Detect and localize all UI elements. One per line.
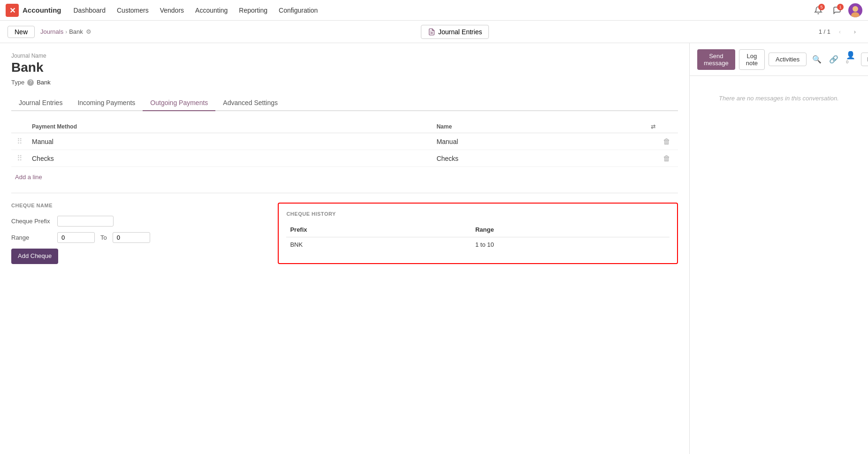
svg-text:✕: ✕ <box>9 7 15 15</box>
cheque-name-section: CHEQUE NAME Cheque Prefix Range To Add C… <box>11 203 266 264</box>
cheque-range-row: Range To <box>11 232 266 243</box>
tabs-container: Journal Entries Incoming Payments Outgoi… <box>11 95 678 111</box>
action-bar: New Journals › Bank ⚙ Journal Entries 1 … <box>0 21 868 43</box>
type-help-icon[interactable]: ? <box>27 79 34 86</box>
cheque-history-title: CHEQUE HISTORY <box>286 211 670 217</box>
nav-item-vendors[interactable]: Vendors <box>155 4 189 17</box>
no-messages-text: There are no messages in this conversati… <box>690 76 868 121</box>
type-label: Type <box>11 79 24 86</box>
messages-button[interactable]: 1 <box>830 3 845 18</box>
col-payment-method-header: Payment Method <box>28 121 433 133</box>
tab-advanced-settings[interactable]: Advanced Settings <box>215 95 285 111</box>
svg-point-3 <box>851 12 860 17</box>
nav-item-accounting[interactable]: Accounting <box>190 4 232 17</box>
type-value: Bank <box>37 79 51 86</box>
history-col-range: Range <box>472 224 670 237</box>
cheque-prefix-input[interactable] <box>57 216 114 227</box>
add-line-button[interactable]: Add a line <box>11 171 46 183</box>
user-avatar[interactable] <box>848 3 862 17</box>
history-row: BNK 1 to 10 <box>286 237 670 252</box>
type-row: Type ? Bank <box>11 79 678 86</box>
cheque-history-section: CHEQUE HISTORY Prefix Range BNK 1 to 10 <box>278 203 678 264</box>
breadcrumb: Journals › Bank ⚙ <box>40 28 91 35</box>
payment-method-cell: Manual <box>28 133 433 150</box>
breadcrumb-journals-link[interactable]: Journals <box>40 28 63 35</box>
next-record-button[interactable]: › <box>849 26 860 38</box>
nav-item-dashboard[interactable]: Dashboard <box>69 4 111 17</box>
col-drag-handle <box>11 121 28 133</box>
prev-record-button[interactable]: ‹ <box>834 26 845 38</box>
journal-entries-label: Journal Entries <box>438 28 482 36</box>
sort-icon[interactable]: ⇄ <box>651 123 655 130</box>
history-col-prefix: Prefix <box>286 224 472 237</box>
col-name-header: Name ⇄ <box>433 121 659 133</box>
drag-handle-icon[interactable]: ⠿ <box>15 137 24 145</box>
new-button[interactable]: New <box>8 26 35 38</box>
action-bar-right: 1 / 1 ‹ › <box>819 26 860 38</box>
search-icon[interactable]: 🔍 <box>810 53 823 66</box>
nav-item-reporting[interactable]: Reporting <box>234 4 272 17</box>
sidebar: Send message Log note Activities 🔍 🔗 👤0 … <box>690 43 868 454</box>
journal-name-value: Bank <box>11 60 678 75</box>
nav-item-configuration[interactable]: Configuration <box>274 4 322 17</box>
journal-entries-button[interactable]: Journal Entries <box>421 25 489 39</box>
cheque-prefix-row: Cheque Prefix <box>11 216 266 227</box>
cheque-range-label: Range <box>11 234 53 241</box>
history-prefix-cell: BNK <box>286 237 472 252</box>
top-navigation: ✕ Accounting Dashboard Customers Vendors… <box>0 0 868 21</box>
name-cell: Manual <box>433 133 659 150</box>
cheque-section: CHEQUE NAME Cheque Prefix Range To Add C… <box>11 203 678 264</box>
divider <box>11 193 678 193</box>
nav-item-customers[interactable]: Customers <box>112 4 153 17</box>
payment-method-cell: Checks <box>28 150 433 167</box>
tab-outgoing-payments[interactable]: Outgoing Payments <box>143 95 215 111</box>
breadcrumb-current: Bank <box>69 28 83 35</box>
cheque-prefix-label: Cheque Prefix <box>11 218 53 225</box>
messages-badge: 1 <box>837 4 844 10</box>
notifications-badge: 5 <box>818 4 825 10</box>
history-range-cell: 1 to 10 <box>472 237 670 252</box>
follow-button[interactable]: Follow <box>861 53 868 66</box>
sidebar-extra-icons: 🔍 🔗 👤0 <box>810 49 857 70</box>
tab-incoming-payments[interactable]: Incoming Payments <box>70 95 143 111</box>
drag-handle-icon[interactable]: ⠿ <box>15 154 24 162</box>
notifications-button[interactable]: 5 <box>811 3 826 18</box>
app-name[interactable]: Accounting <box>23 6 61 14</box>
cheque-history-table: Prefix Range BNK 1 to 10 <box>286 224 670 252</box>
settings-gear-icon[interactable]: ⚙ <box>86 28 91 35</box>
breadcrumb-separator: › <box>65 29 67 35</box>
add-cheque-button[interactable]: Add Cheque <box>11 249 58 264</box>
tab-journal-entries[interactable]: Journal Entries <box>11 95 70 111</box>
main-content: Journal Name Bank Type ? Bank Journal En… <box>0 43 690 454</box>
cheque-name-title: CHEQUE NAME <box>11 203 266 208</box>
nav-right-icons: 5 1 <box>811 3 862 18</box>
send-message-button[interactable]: Send message <box>697 49 735 70</box>
cheque-range-to-input[interactable] <box>113 232 150 243</box>
cheque-range-to-label: To <box>100 234 107 241</box>
link-icon[interactable]: 🔗 <box>827 53 840 66</box>
app-logo[interactable]: ✕ <box>6 4 19 17</box>
action-bar-center: Journal Entries <box>97 25 813 39</box>
delete-icon[interactable]: 🗑 <box>663 137 670 145</box>
table-row: ⠿ Checks Checks 🗑 <box>11 150 678 167</box>
svg-point-2 <box>853 6 858 12</box>
user-icon[interactable]: 👤0 <box>844 49 857 70</box>
payment-methods-table: Payment Method Name ⇄ ⠿ Manual Manual 🗑 … <box>11 121 678 167</box>
cheque-range-from-input[interactable] <box>57 232 95 243</box>
log-note-button[interactable]: Log note <box>739 49 765 70</box>
pagination-text: 1 / 1 <box>819 28 830 35</box>
table-row: ⠿ Manual Manual 🗑 <box>11 133 678 150</box>
col-actions-header <box>659 121 678 133</box>
main-layout: Journal Name Bank Type ? Bank Journal En… <box>0 43 868 454</box>
sidebar-action-bar: Send message Log note Activities 🔍 🔗 👤0 … <box>690 43 868 76</box>
delete-icon[interactable]: 🗑 <box>663 154 670 162</box>
name-cell: Checks <box>433 150 659 167</box>
activities-button[interactable]: Activities <box>769 53 807 66</box>
journal-name-label: Journal Name <box>11 53 678 59</box>
